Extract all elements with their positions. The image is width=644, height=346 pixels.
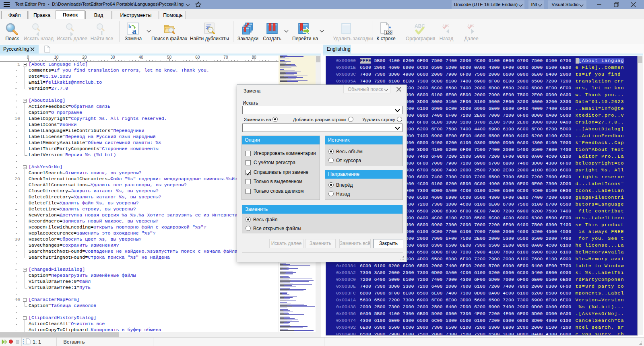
svg-text:b: b <box>128 23 131 29</box>
svg-text:100: 100 <box>386 31 392 35</box>
